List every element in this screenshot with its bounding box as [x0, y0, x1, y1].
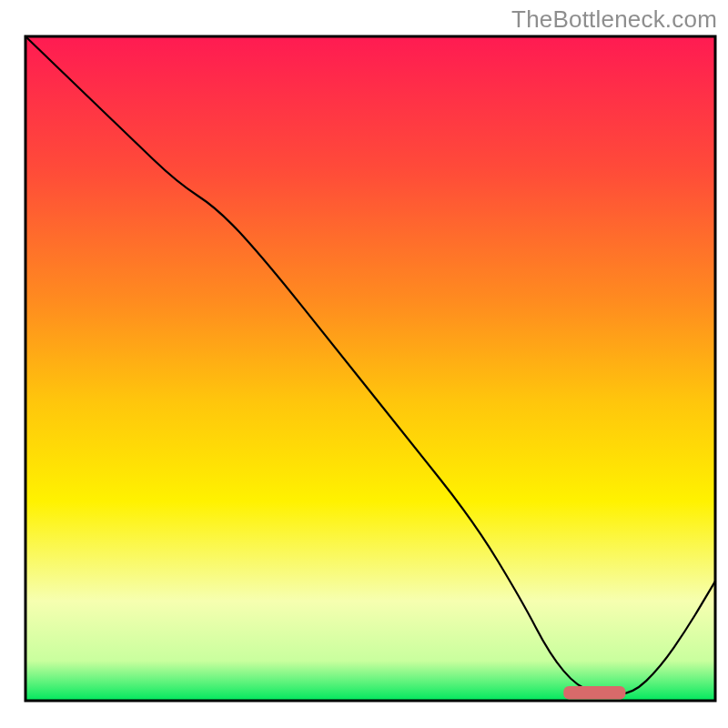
optimal-range-marker — [563, 686, 625, 700]
bottleneck-chart: TheBottleneck.com — [0, 0, 728, 728]
watermark-text: TheBottleneck.com — [511, 5, 717, 34]
plot-area — [25, 36, 715, 701]
chart-canvas — [0, 0, 728, 728]
